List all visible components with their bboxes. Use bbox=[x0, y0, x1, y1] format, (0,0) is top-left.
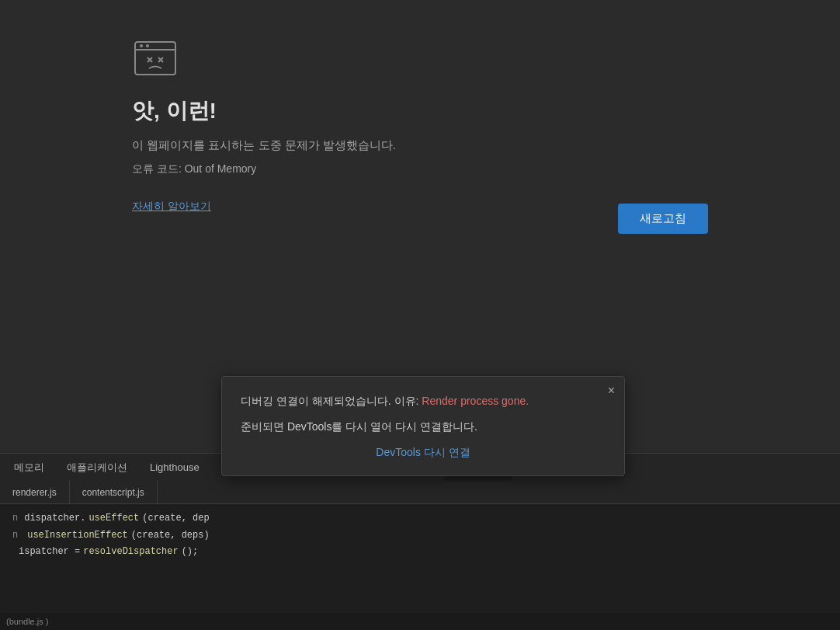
devtools-bar: 메모리 애플리케이션 Lighthouse 녹음기 ⚠ 성능 통계 ⚠ Comp… bbox=[0, 453, 840, 630]
error-description: 이 웹페이지를 표시하는 도중 문제가 발생했습니다. bbox=[132, 138, 396, 153]
notification-popup: × 디버깅 연결이 해제되었습니다. 이유: Render process go… bbox=[221, 376, 625, 476]
tab-lighthouse[interactable]: Lighthouse bbox=[139, 454, 211, 481]
code-line-3: ispatcher = resolveDispatcher(); bbox=[12, 544, 828, 561]
devtools-reconnect-button[interactable]: DevTools 다시 연결 bbox=[376, 446, 470, 460]
code-tab-renderer[interactable]: renderer.js bbox=[0, 481, 70, 503]
code-tabs: renderer.js contentscript.js bbox=[0, 481, 840, 504]
tab-memory[interactable]: 메모리 bbox=[3, 454, 56, 481]
code-tab-contentscript[interactable]: contentscript.js bbox=[70, 481, 158, 503]
svg-point-3 bbox=[146, 44, 149, 47]
error-icon bbox=[132, 39, 179, 78]
tab-application[interactable]: 애플리케이션 bbox=[56, 454, 139, 481]
code-line-2: n useInsertionEffect(create, deps) bbox=[12, 527, 828, 545]
svg-point-2 bbox=[140, 44, 143, 47]
learn-more-link[interactable]: 자세히 알아보기 bbox=[132, 200, 211, 214]
bundle-text: (bundle.js ) bbox=[6, 617, 48, 626]
notification-actions: DevTools 다시 연결 bbox=[241, 446, 606, 460]
notification-text-2: 준비되면 DevTools를 다시 열어 다시 연결합니다. bbox=[241, 418, 606, 435]
code-content: n dispatcher.useEffect(create, dep n use… bbox=[0, 504, 840, 567]
error-code: 오류 코드: Out of Memory bbox=[132, 162, 256, 176]
code-line-1: n dispatcher.useEffect(create, dep bbox=[12, 510, 828, 527]
error-title: 앗, 이런! bbox=[132, 96, 217, 126]
notification-text: 디버깅 연결이 해제되었습니다. 이유: Render process gone… bbox=[241, 392, 606, 409]
bottom-status-bar: (bundle.js ) bbox=[0, 613, 840, 630]
reload-button[interactable]: 새로고침 bbox=[618, 204, 708, 234]
devtools-code: n dispatcher.useEffect(create, dep n use… bbox=[0, 504, 840, 613]
notification-close-button[interactable]: × bbox=[608, 385, 615, 397]
